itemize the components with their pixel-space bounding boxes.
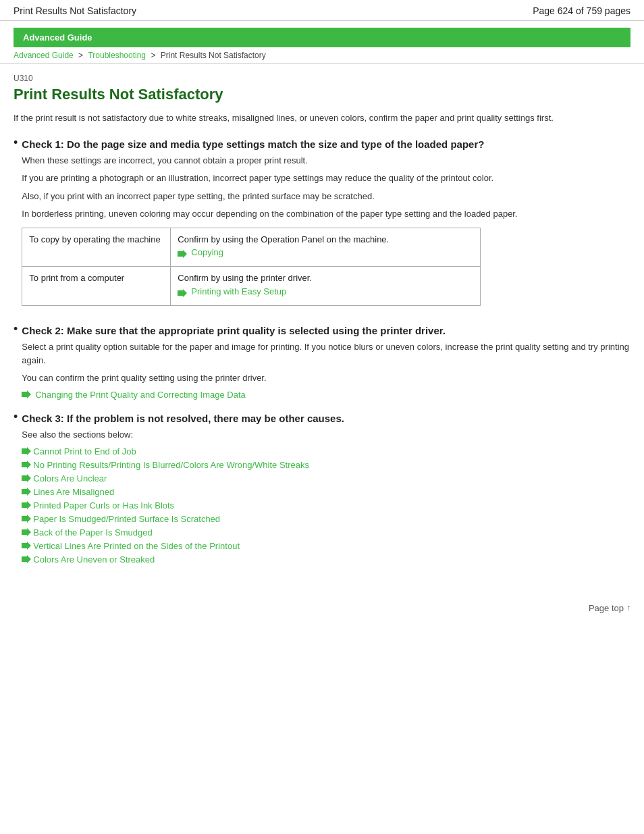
check-1-para-1: When these settings are incorrect, you c… xyxy=(22,154,517,167)
header-title: Print Results Not Satisfactory xyxy=(14,5,136,16)
check-1-para-2: If you are printing a photograph or an i… xyxy=(22,172,517,185)
page-top-area: Page top ↑ xyxy=(0,590,644,613)
arrow-icon-8 xyxy=(22,501,31,509)
arrow-icon-9 xyxy=(22,515,31,523)
intro-text: If the print result is not satisfactory … xyxy=(14,111,630,125)
arrow-icon-4 xyxy=(22,447,31,455)
page-title: Print Results Not Satisfactory xyxy=(14,86,630,103)
link-cannot-print[interactable]: Cannot Print to End of Job xyxy=(33,446,136,457)
svg-marker-0 xyxy=(178,250,187,258)
list-item: Vertical Lines Are Printed on the Sides … xyxy=(22,541,344,551)
svg-marker-10 xyxy=(22,542,31,550)
link-paper-smudged[interactable]: Paper Is Smudged/Printed Surface Is Scra… xyxy=(33,514,220,524)
svg-marker-5 xyxy=(22,474,31,482)
table-cell-2-2: Confirm by using the printer driver. Pri… xyxy=(171,267,481,306)
check-2-heading: Check 2: Make sure that the appropriate … xyxy=(22,323,630,338)
header-pages: Page 624 of 759 pages xyxy=(533,5,630,16)
bullet-1: • xyxy=(14,136,18,150)
arrow-icon-11 xyxy=(22,542,31,550)
check-2-para-1: Select a print quality option suitable f… xyxy=(22,340,630,367)
check-1-section: • Check 1: Do the page size and media ty… xyxy=(14,137,630,316)
check-2-body: Check 2: Make sure that the appropriate … xyxy=(22,323,630,400)
svg-marker-6 xyxy=(22,488,31,496)
bullet-2: • xyxy=(14,322,18,336)
green-banner: Advanced Guide xyxy=(14,28,630,47)
breadcrumb-troubleshooting[interactable]: Troubleshooting xyxy=(88,51,146,60)
arrow-icon-5 xyxy=(22,461,31,469)
link-colors-unclear[interactable]: Colors Are Unclear xyxy=(33,473,107,484)
arrow-icon-12 xyxy=(22,555,31,563)
list-item: Paper Is Smudged/Printed Surface Is Scra… xyxy=(22,514,344,524)
list-item: Lines Are Misaligned xyxy=(22,487,344,497)
check-1-para-3: Also, if you print with an incorrect pap… xyxy=(22,190,517,203)
changing-print-quality-link[interactable]: Changing the Print Quality and Correctin… xyxy=(22,390,245,400)
link-back-smudged[interactable]: Back of the Paper Is Smudged xyxy=(33,527,152,538)
table-row-1: To copy by operating the machine Confirm… xyxy=(22,228,481,267)
check-2-para-2: You can confirm the print quality settin… xyxy=(22,371,630,385)
list-item: Cannot Print to End of Job xyxy=(22,446,344,457)
arrow-icon-10 xyxy=(22,528,31,536)
svg-marker-2 xyxy=(22,390,31,398)
list-item: Printed Paper Curls or Has Ink Blots xyxy=(22,500,344,511)
list-item: Colors Are Uneven or Streaked xyxy=(22,554,344,565)
link-no-printing[interactable]: No Printing Results/Printing Is Blurred/… xyxy=(33,460,309,470)
arrow-icon-2 xyxy=(178,288,187,296)
check-3-heading: Check 3: If the problem is not resolved,… xyxy=(22,411,344,425)
doc-id: U310 xyxy=(14,74,630,83)
svg-marker-3 xyxy=(22,447,31,455)
list-item: No Printing Results/Printing Is Blurred/… xyxy=(22,460,344,470)
list-item: Back of the Paper Is Smudged xyxy=(22,527,344,538)
page-top-link[interactable]: Page top ↑ xyxy=(589,603,630,613)
arrow-icon-7 xyxy=(22,488,31,496)
svg-marker-1 xyxy=(178,289,187,297)
check-1-heading: Check 1: Do the page size and media type… xyxy=(22,137,517,151)
page-header: Print Results Not Satisfactory Page 624 … xyxy=(0,0,644,21)
table-cell-2-1: To print from a computer xyxy=(22,267,171,306)
arrow-icon-1 xyxy=(178,249,187,257)
check-3-body: Check 3: If the problem is not resolved,… xyxy=(22,411,344,568)
breadcrumb-sep-2: > xyxy=(151,51,157,60)
svg-marker-9 xyxy=(22,528,31,536)
up-arrow-icon: ↑ xyxy=(626,603,630,613)
check-3-intro: See also the sections below: xyxy=(22,428,344,442)
table-cell-1-2: Confirm by using the Operation Panel on … xyxy=(171,228,481,267)
printing-easy-setup-link[interactable]: Printing with Easy Setup xyxy=(178,285,286,298)
link-printed-paper-curls[interactable]: Printed Paper Curls or Has Ink Blots xyxy=(33,500,174,511)
table-cell-1-2-text: Confirm by using the Operation Panel on … xyxy=(178,234,389,244)
link-vertical-lines[interactable]: Vertical Lines Are Printed on the Sides … xyxy=(33,541,240,551)
svg-marker-11 xyxy=(22,555,31,563)
arrow-icon-3 xyxy=(22,390,31,398)
breadcrumb-current: Print Results Not Satisfactory xyxy=(161,51,266,60)
breadcrumb-sep-1: > xyxy=(78,51,85,60)
banner-label: Advanced Guide xyxy=(23,32,92,43)
main-content: U310 Print Results Not Satisfactory If t… xyxy=(0,64,644,590)
svg-marker-4 xyxy=(22,461,31,469)
svg-marker-8 xyxy=(22,515,31,523)
breadcrumb: Advanced Guide > Troubleshooting > Print… xyxy=(0,47,644,64)
svg-marker-7 xyxy=(22,501,31,509)
arrow-icon-6 xyxy=(22,474,31,482)
check-1-table: To copy by operating the machine Confirm… xyxy=(22,228,481,307)
copying-link[interactable]: Copying xyxy=(178,246,223,259)
check-3-section: • Check 3: If the problem is not resolve… xyxy=(14,411,630,568)
table-row-2: To print from a computer Confirm by usin… xyxy=(22,267,481,306)
page-top-text: Page top xyxy=(589,603,624,613)
check-1-para-4: In borderless printing, uneven coloring … xyxy=(22,207,517,221)
breadcrumb-advanced-guide[interactable]: Advanced Guide xyxy=(14,51,74,60)
table-cell-2-2-text: Confirm by using the printer driver. xyxy=(178,273,312,283)
link-lines-misaligned[interactable]: Lines Are Misaligned xyxy=(33,487,114,497)
check-1-body: Check 1: Do the page size and media type… xyxy=(22,137,517,316)
link-colors-uneven[interactable]: Colors Are Uneven or Streaked xyxy=(33,554,155,565)
check-2-section: • Check 2: Make sure that the appropriat… xyxy=(14,323,630,400)
check-3-link-list: Cannot Print to End of Job No Printing R… xyxy=(22,446,344,565)
table-cell-1-1: To copy by operating the machine xyxy=(22,228,171,267)
list-item: Colors Are Unclear xyxy=(22,473,344,484)
bullet-3: • xyxy=(14,410,18,424)
